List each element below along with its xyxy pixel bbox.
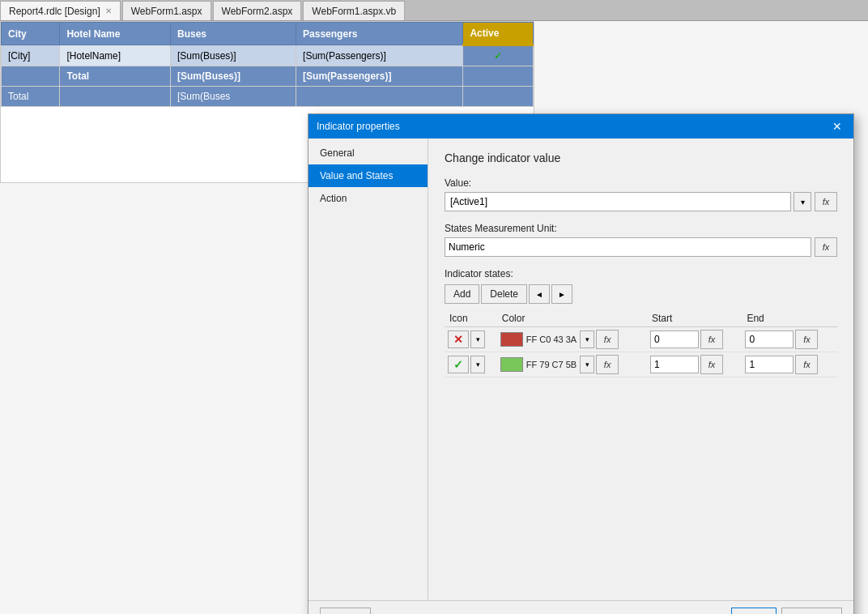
value-input[interactable] — [445, 192, 791, 211]
col-active: Active — [463, 23, 534, 45]
state-0-icon-cell: ✕ ▾ — [445, 327, 497, 352]
report-table: City Hotel Name Buses Passengers Active … — [1, 22, 534, 107]
cell-grandtotal-label: Total — [2, 87, 60, 107]
state-1-end-cell: fx — [742, 352, 837, 377]
col-buses: Buses — [171, 23, 296, 45]
col-header-end: End — [742, 310, 837, 327]
state-1-color-cell: FF 79 C7 5B ▾ fx — [497, 352, 647, 377]
cell-total-active — [463, 66, 534, 87]
state-1-color-swatch — [500, 357, 523, 372]
states-table: Icon Color Start End ✕ — [445, 310, 837, 377]
arrow-right-button[interactable]: ► — [551, 284, 572, 304]
dialog-body: General Value and States Action Change i… — [308, 139, 853, 600]
dialog-content: Change indicator value Value: ▾ fx State… — [428, 139, 853, 600]
cell-grandtotal-passengers — [296, 87, 463, 107]
states-unit-group: States Measurement Unit: Numeric fx — [445, 223, 837, 257]
state-1-start-cell: fx — [647, 352, 742, 377]
state-1-icon-group: ✓ ▾ — [448, 356, 494, 373]
arrow-left-button[interactable]: ◄ — [529, 284, 550, 304]
cell-hotelname: [HotelName] — [60, 45, 171, 66]
cell-sumbuses: [Sum(Buses)] — [171, 45, 296, 66]
value-group: Value: ▾ fx — [445, 177, 837, 211]
nav-item-action[interactable]: Action — [308, 187, 428, 210]
state-1-start-input[interactable] — [650, 356, 699, 373]
state-0-start-cell: fx — [647, 327, 742, 352]
tab-bar: Report4.rdlc [Design] ✕ WebForm1.aspx We… — [0, 0, 868, 21]
tab-label: WebForm1.aspx.vb — [312, 6, 396, 17]
delete-button[interactable]: Delete — [481, 284, 527, 304]
state-1-icon-cell: ✓ ▾ — [445, 352, 497, 377]
dialog-close-button[interactable]: ✕ — [829, 120, 845, 133]
cell-city: [City] — [2, 45, 60, 66]
state-0-icon-dropdown[interactable]: ▾ — [470, 330, 485, 348]
state-0-color-dropdown[interactable]: ▾ — [580, 330, 594, 348]
x-icon: ✕ — [453, 333, 463, 346]
states-toolbar: Add Delete ◄ ► — [445, 284, 837, 304]
cell-grandtotal-buses: [Sum(Buses — [171, 87, 296, 107]
state-0-end-cell: fx — [742, 327, 837, 352]
cell-total-empty1 — [2, 66, 60, 87]
cell-grandtotal-active — [463, 87, 534, 107]
cell-sumpassengers: [Sum(Passengers)] — [296, 45, 463, 66]
states-unit-fx-button[interactable]: fx — [815, 237, 837, 257]
states-unit-label: States Measurement Unit: — [445, 223, 837, 234]
value-fx-button[interactable]: fx — [815, 192, 837, 211]
state-0-end-fx[interactable]: fx — [795, 330, 818, 349]
indicator-states-label: Indicator states: — [445, 268, 837, 279]
state-1-icon-preview: ✓ — [448, 356, 469, 373]
tab-webform2[interactable]: WebForm2.aspx — [213, 1, 302, 20]
states-unit-select[interactable]: Numeric — [445, 237, 811, 257]
state-row-1: ✓ ▾ FF 79 C7 5B ▾ fx — [445, 352, 837, 377]
footer-left: Help — [320, 608, 371, 615]
state-0-color-swatch — [500, 332, 523, 347]
cell-total-buses: [Sum(Buses)] — [171, 66, 296, 87]
ok-button[interactable]: OK — [731, 608, 776, 615]
state-0-color-fx[interactable]: fx — [596, 330, 619, 349]
value-row: ▾ fx — [445, 192, 837, 211]
state-1-color-fx[interactable]: fx — [596, 355, 619, 374]
check-icon: ✓ — [453, 358, 463, 371]
state-0-color-text: FF C0 43 3A — [526, 335, 577, 344]
state-0-icon-preview: ✕ — [448, 330, 469, 348]
col-header-start: Start — [647, 310, 742, 327]
state-0-end-input[interactable] — [745, 330, 794, 348]
col-hotelname: Hotel Name — [60, 23, 171, 45]
state-1-end-input[interactable] — [745, 356, 794, 373]
indicator-properties-dialog: Indicator properties ✕ General Value and… — [308, 113, 854, 614]
close-icon[interactable]: ✕ — [105, 6, 112, 15]
cancel-button[interactable]: Cancel — [781, 608, 842, 615]
state-1-end-fx[interactable]: fx — [795, 355, 818, 374]
states-unit-row: Numeric fx — [445, 237, 837, 257]
state-1-icon-dropdown[interactable]: ▾ — [470, 356, 485, 373]
content-title: Change indicator value — [445, 151, 837, 164]
dialog-title: Indicator properties — [317, 121, 400, 132]
help-button[interactable]: Help — [320, 608, 371, 615]
state-0-start-input[interactable] — [650, 330, 699, 348]
nav-item-general[interactable]: General — [308, 142, 428, 164]
state-1-color-dropdown[interactable]: ▾ — [580, 356, 594, 373]
value-dropdown-arrow[interactable]: ▾ — [794, 192, 811, 211]
col-passengers: Passengers — [296, 23, 463, 45]
footer-right: OK Cancel — [731, 608, 842, 615]
tab-webform1[interactable]: WebForm1.aspx — [122, 1, 211, 20]
state-0-icon-group: ✕ ▾ — [448, 330, 494, 348]
dialog-titlebar: Indicator properties ✕ — [308, 114, 853, 139]
value-label: Value: — [445, 177, 837, 189]
tab-webform1vb[interactable]: WebForm1.aspx.vb — [303, 1, 405, 20]
add-button[interactable]: Add — [445, 284, 479, 304]
state-0-start-fx[interactable]: fx — [700, 330, 723, 349]
nav-item-value-and-states[interactable]: Value and States — [308, 164, 428, 187]
state-1-color-text: FF 79 C7 5B — [526, 360, 577, 369]
cell-grandtotal-empty1 — [60, 87, 171, 107]
dialog-nav: General Value and States Action — [308, 139, 428, 600]
cell-total-passengers: [Sum(Passengers)] — [296, 66, 463, 87]
dialog-footer: Help OK Cancel — [308, 600, 853, 614]
state-1-start-fx[interactable]: fx — [700, 355, 723, 374]
tab-report4[interactable]: Report4.rdlc [Design] ✕ — [0, 1, 121, 20]
tab-label: WebForm2.aspx — [222, 6, 293, 17]
indicator-states-group: Indicator states: Add Delete ◄ ► Icon Co… — [445, 268, 837, 377]
state-0-color-cell: FF C0 43 3A ▾ fx — [497, 327, 647, 352]
cell-total-label: Total — [60, 66, 171, 87]
col-header-icon: Icon — [445, 310, 497, 327]
state-1-color-group: FF 79 C7 5B ▾ fx — [500, 355, 644, 374]
